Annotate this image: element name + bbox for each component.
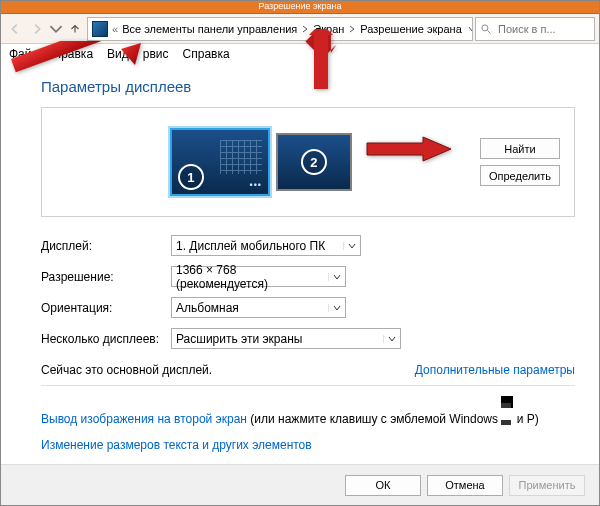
chevron-down-icon [328,273,345,281]
info-row: Сейчас это основной дисплей. Дополнитель… [41,363,575,377]
nav-up-button[interactable] [65,19,85,39]
resolution-value: 1366 × 768 (рекомендуется) [176,263,328,291]
window-root: Разрешение экрана « Все элементы панели … [0,0,600,506]
project-line: Вывод изображения на второй экран (или н… [41,396,575,429]
page-heading: Параметры дисплеев [41,78,575,95]
identify-button[interactable]: Определить [480,165,560,186]
chevron-right-icon [346,23,358,35]
windows-logo-icon [501,396,513,408]
address-row: « Все элементы панели управления Экран Р… [1,14,599,44]
breadcrumb-item[interactable]: Разрешение экрана [360,23,461,35]
monitor-desktop-icon [220,140,262,174]
orientation-select[interactable]: Альбомная [171,297,346,318]
nav-forward-button[interactable] [27,19,47,39]
menu-view[interactable]: Вид [107,47,129,61]
arrow-left-icon [8,22,22,36]
divider [41,385,575,386]
menubar: Файл Правка Вид рвис Справка [1,44,599,64]
menu-edit[interactable]: Правка [53,47,94,61]
titlebar: Разрешение экрана [1,1,599,14]
chevron-down-icon[interactable] [466,23,473,35]
svg-point-0 [482,24,488,30]
primary-display-text: Сейчас это основной дисплей. [41,363,212,377]
dialog-buttons: ОК Отмена Применить [1,464,599,505]
settings-form: Дисплей: 1. Дисплей мобильного ПК Разреш… [41,235,575,349]
apply-button[interactable]: Применить [509,475,585,496]
project-tail-b: и P) [517,412,539,426]
ok-button[interactable]: ОК [345,475,421,496]
content-area: Параметры дисплеев 1 ••• 2 Найти Определ… [1,64,599,480]
search-box[interactable] [475,17,595,41]
chevron-down-icon [383,335,400,343]
chevron-down-icon [343,242,360,250]
breadcrumb-item[interactable]: Все элементы панели управления [122,23,297,35]
menu-help[interactable]: Справка [183,47,230,61]
chevron-down-icon [49,22,63,36]
display-value: 1. Дисплей мобильного ПК [176,239,325,253]
taskbar-dots-icon: ••• [250,180,262,190]
project-link[interactable]: Вывод изображения на второй экран [41,412,247,426]
text-size-link[interactable]: Изменение размеров текста и других элеме… [41,438,312,452]
chevron-right-icon [299,23,311,35]
multi-display-select[interactable]: Расширить эти экраны [171,328,401,349]
monitor-number: 2 [301,149,327,175]
display-arrangement[interactable]: 1 ••• 2 [42,128,480,196]
resolution-select[interactable]: 1366 × 768 (рекомендуется) [171,266,346,287]
window-title: Разрешение экрана [259,1,342,11]
project-tail-a: (или нажмите клавишу с эмблемой Windows [250,412,501,426]
detect-button[interactable]: Найти [480,138,560,159]
menu-file[interactable]: Файл [9,47,39,61]
orientation-value: Альбомная [176,301,239,315]
multi-value: Расширить эти экраны [176,332,302,346]
menu-tools[interactable]: рвис [143,47,169,61]
monitor-1[interactable]: 1 ••• [170,128,270,196]
display-label: Дисплей: [41,239,171,253]
search-icon [480,23,492,35]
advanced-settings-link[interactable]: Дополнительные параметры [415,363,575,377]
resolution-label: Разрешение: [41,270,171,284]
preview-buttons: Найти Определить [480,138,574,186]
search-input[interactable] [496,22,590,36]
orientation-label: Ориентация: [41,301,171,315]
control-panel-icon [92,21,108,37]
cancel-button[interactable]: Отмена [427,475,503,496]
svg-line-1 [488,30,491,33]
breadcrumb-item[interactable]: Экран [313,23,344,35]
monitor-number: 1 [178,164,204,190]
breadcrumb-overflow[interactable]: « [110,23,120,35]
multi-label: Несколько дисплеев: [41,332,171,346]
nav-history-button[interactable] [49,19,63,39]
address-bar[interactable]: « Все элементы панели управления Экран Р… [87,17,473,41]
monitor-2[interactable]: 2 [276,133,352,191]
display-preview-panel: 1 ••• 2 Найти Определить [41,107,575,217]
arrow-right-icon [30,22,44,36]
nav-back-button[interactable] [5,19,25,39]
arrow-up-icon [68,22,82,36]
chevron-down-icon [328,304,345,312]
display-select[interactable]: 1. Дисплей мобильного ПК [171,235,361,256]
